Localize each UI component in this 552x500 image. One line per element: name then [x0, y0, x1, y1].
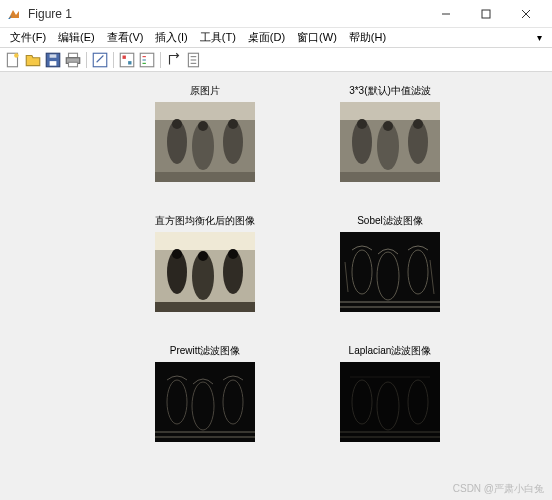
subplot-image — [340, 102, 440, 182]
menu-tools[interactable]: 工具(T) — [194, 28, 242, 47]
rotate-icon[interactable] — [165, 51, 183, 69]
svg-rect-25 — [155, 102, 255, 120]
matlab-icon — [6, 6, 22, 22]
titlebar: Figure 1 — [0, 0, 552, 28]
figure-canvas: 原图片 3*3(默认)中值滤波 直方图均衡化后的图像 — [0, 72, 552, 500]
menu-edit[interactable]: 编辑(E) — [52, 28, 101, 47]
window-title: Figure 1 — [28, 7, 426, 21]
svg-point-29 — [172, 119, 182, 129]
toolbar-separator — [86, 52, 87, 68]
svg-rect-1 — [482, 10, 490, 18]
toolbar-separator — [160, 52, 161, 68]
subplot-histeq: 直方图均衡化后的图像 — [145, 214, 265, 312]
svg-point-5 — [14, 53, 19, 58]
menu-desktop[interactable]: 桌面(D) — [242, 28, 291, 47]
link-icon[interactable] — [118, 51, 136, 69]
menu-view[interactable]: 查看(V) — [101, 28, 150, 47]
svg-point-48 — [198, 251, 208, 261]
svg-rect-50 — [155, 302, 255, 312]
svg-rect-12 — [93, 53, 107, 67]
subplot-image — [155, 362, 255, 442]
svg-rect-32 — [155, 172, 255, 182]
svg-point-39 — [383, 121, 393, 131]
subplot-image — [340, 362, 440, 442]
svg-rect-16 — [140, 53, 154, 67]
subplot-title: 直方图均衡化后的图像 — [145, 214, 265, 228]
subplot-image — [155, 232, 255, 312]
svg-rect-7 — [50, 61, 57, 66]
subplot-title: Laplacian滤波图像 — [330, 344, 450, 358]
edit-plot-icon[interactable] — [91, 51, 109, 69]
subplot-title: Sobel滤波图像 — [330, 214, 450, 228]
svg-rect-41 — [340, 172, 440, 182]
svg-point-31 — [228, 119, 238, 129]
svg-point-49 — [228, 249, 238, 259]
subplot-image — [155, 102, 255, 182]
svg-rect-8 — [50, 54, 57, 57]
menu-insert[interactable]: 插入(I) — [149, 28, 193, 47]
subplot-title: Prewitt滤波图像 — [145, 344, 265, 358]
new-figure-icon[interactable] — [4, 51, 22, 69]
subplot-median: 3*3(默认)中值滤波 — [330, 84, 450, 182]
subplot-prewitt: Prewitt滤波图像 — [145, 344, 265, 442]
svg-point-30 — [198, 121, 208, 131]
close-button[interactable] — [506, 1, 546, 27]
subplot-sobel: Sobel滤波图像 — [330, 214, 450, 312]
svg-rect-43 — [155, 232, 255, 250]
toolbar-separator — [113, 52, 114, 68]
svg-rect-9 — [69, 53, 78, 58]
svg-point-38 — [357, 119, 367, 129]
open-property-icon[interactable] — [185, 51, 203, 69]
subplot-image — [340, 232, 440, 312]
subplot-original: 原图片 — [145, 84, 265, 182]
svg-rect-14 — [123, 55, 126, 58]
svg-rect-15 — [128, 61, 131, 64]
subplot-title: 3*3(默认)中值滤波 — [330, 84, 450, 98]
maximize-button[interactable] — [466, 1, 506, 27]
svg-rect-34 — [340, 102, 440, 120]
svg-rect-11 — [69, 62, 78, 67]
subplot-laplacian: Laplacian滤波图像 — [330, 344, 450, 442]
menu-window[interactable]: 窗口(W) — [291, 28, 343, 47]
svg-point-47 — [172, 249, 182, 259]
insert-legend-icon[interactable] — [138, 51, 156, 69]
toolbar — [0, 48, 552, 72]
menu-file[interactable]: 文件(F) — [4, 28, 52, 47]
window-controls — [426, 1, 546, 27]
svg-point-40 — [413, 119, 423, 129]
menu-dropdown-icon[interactable]: ▾ — [537, 32, 548, 43]
svg-rect-13 — [120, 53, 134, 67]
minimize-button[interactable] — [426, 1, 466, 27]
open-icon[interactable] — [24, 51, 42, 69]
menubar: 文件(F) 编辑(E) 查看(V) 插入(I) 工具(T) 桌面(D) 窗口(W… — [0, 28, 552, 48]
print-icon[interactable] — [64, 51, 82, 69]
menu-help[interactable]: 帮助(H) — [343, 28, 392, 47]
save-icon[interactable] — [44, 51, 62, 69]
watermark: CSDN @严肃小白兔 — [453, 482, 544, 496]
subplot-title: 原图片 — [145, 84, 265, 98]
